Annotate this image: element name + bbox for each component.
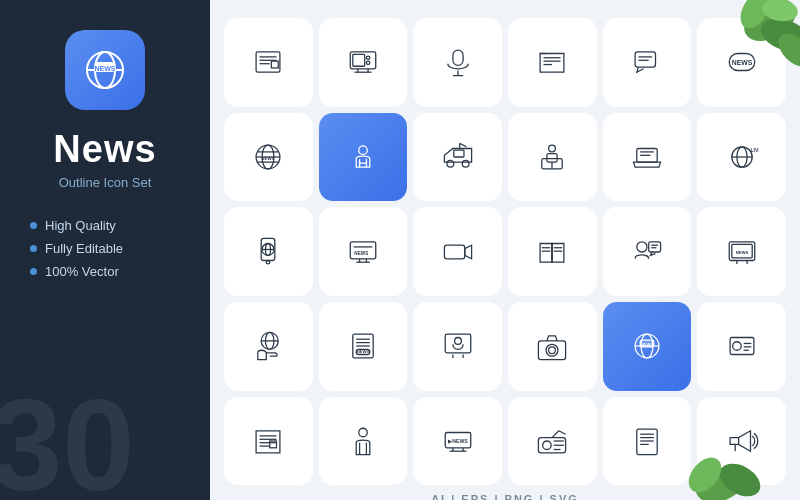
format-bar: AI | EPS | PNG | SVG [224, 485, 786, 500]
feature-item-2: Fully Editable [30, 241, 123, 256]
icon-newspaper5[interactable] [224, 397, 313, 486]
svg-rect-50 [547, 154, 557, 163]
svg-text:LIVE: LIVE [750, 147, 759, 153]
bullet-3 [30, 268, 37, 275]
bullet-1 [30, 222, 37, 229]
icon-newspaper-fold[interactable] [508, 18, 597, 107]
svg-rect-48 [453, 150, 463, 157]
icon-monitor-anchor[interactable] [413, 302, 502, 391]
svg-rect-17 [272, 61, 279, 68]
svg-point-49 [549, 145, 556, 152]
svg-rect-25 [453, 50, 463, 65]
icon-podium[interactable] [508, 113, 597, 202]
icon-chat-news[interactable] [603, 18, 692, 107]
icon-news-globe-blue[interactable]: NEWS [603, 302, 692, 391]
product-subtitle: Outline Icon Set [59, 175, 152, 190]
icon-id-card[interactable] [697, 302, 786, 391]
svg-rect-78 [649, 241, 661, 251]
background-number: 30 [0, 380, 135, 500]
svg-point-21 [366, 61, 369, 64]
icons-grid: NEWS NEWS LIVE NEWS [224, 18, 786, 485]
icon-news-paper-badge[interactable]: NEWS [319, 302, 408, 391]
svg-point-117 [359, 428, 368, 437]
icon-live-broadcast[interactable]: LIVE [697, 113, 786, 202]
icon-microphone[interactable] [413, 18, 502, 107]
svg-point-43 [359, 146, 368, 155]
icon-monitor-news[interactable]: NEWS [319, 207, 408, 296]
icon-news-badge[interactable]: NEWS [697, 18, 786, 107]
svg-point-108 [732, 342, 741, 351]
svg-line-130 [552, 431, 559, 438]
svg-point-96 [454, 338, 461, 345]
right-panel: NEWS NEWS LIVE NEWS [210, 0, 800, 500]
svg-point-101 [549, 347, 556, 354]
svg-text:▶NEWS: ▶NEWS [448, 438, 468, 444]
icon-globe-news[interactable]: NEWS [224, 113, 313, 202]
app-icon: NEWS [65, 30, 145, 110]
svg-text:NEWS: NEWS [731, 60, 752, 67]
svg-text:NEWS: NEWS [357, 350, 370, 355]
icon-newspaper6[interactable] [603, 397, 692, 486]
svg-line-131 [559, 431, 566, 434]
svg-text:NEWS: NEWS [354, 251, 368, 256]
icon-reporter-chat[interactable] [603, 207, 692, 296]
icon-globe-hand[interactable] [224, 302, 313, 391]
product-title: News [53, 128, 156, 171]
icon-screen-news2[interactable]: NEWS [697, 207, 786, 296]
icon-laptop-news[interactable] [603, 113, 692, 202]
icon-video-camera[interactable] [413, 207, 502, 296]
svg-point-100 [546, 345, 558, 357]
news-globe-icon: NEWS [79, 44, 131, 96]
svg-rect-71 [444, 245, 464, 259]
icon-open-newspaper[interactable] [508, 207, 597, 296]
svg-text:NEWS: NEWS [95, 65, 116, 72]
icon-reporter3[interactable] [319, 397, 408, 486]
icon-camera[interactable] [508, 302, 597, 391]
left-panel: NEWS News Outline Icon Set High Quality … [0, 0, 210, 500]
feature-item-3: 100% Vector [30, 264, 123, 279]
icon-mobile-globe[interactable] [224, 207, 313, 296]
svg-point-44 [447, 160, 454, 167]
icon-news-van[interactable] [413, 113, 502, 202]
icon-newspaper[interactable] [224, 18, 313, 107]
svg-point-77 [637, 241, 647, 251]
icon-radio[interactable] [508, 397, 597, 486]
svg-point-61 [267, 260, 270, 263]
svg-line-47 [459, 143, 466, 146]
svg-point-20 [366, 56, 369, 59]
svg-rect-116 [270, 441, 277, 448]
svg-text:NEWS: NEWS [641, 342, 654, 347]
svg-rect-32 [635, 52, 655, 67]
svg-rect-13 [256, 52, 280, 72]
bullet-2 [30, 245, 37, 252]
svg-text:NEWS: NEWS [735, 249, 748, 254]
icon-megaphone[interactable] [697, 397, 786, 486]
svg-point-45 [462, 160, 469, 167]
icon-dnews-monitor[interactable]: ▶NEWS [413, 397, 502, 486]
svg-text:NEWS: NEWS [262, 156, 275, 161]
svg-point-126 [543, 441, 552, 450]
svg-rect-19 [353, 55, 365, 67]
svg-rect-107 [730, 338, 754, 355]
features-list: High Quality Fully Editable 100% Vector [20, 218, 123, 287]
icon-anchor-person[interactable] [319, 113, 408, 202]
icon-news-tv[interactable] [319, 18, 408, 107]
feature-item-1: High Quality [30, 218, 123, 233]
svg-rect-132 [637, 429, 657, 455]
